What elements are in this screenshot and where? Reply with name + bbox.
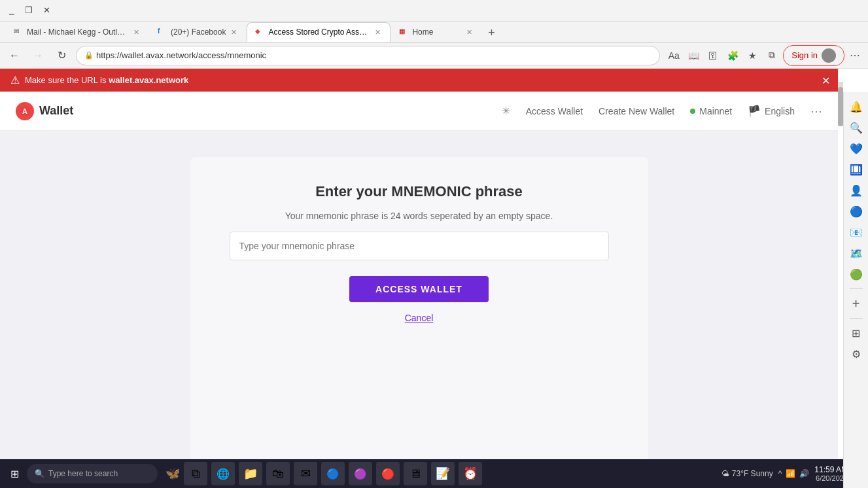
taskbar-task-view[interactable]: ⧉ xyxy=(184,462,207,485)
language-link[interactable]: 🏴 English xyxy=(748,105,795,117)
taskbar-filezilla[interactable]: 🔴 xyxy=(376,462,400,485)
home-tab-close[interactable]: ✕ xyxy=(465,28,474,37)
create-wallet-label: Create New Wallet xyxy=(599,106,674,116)
sidebar-profile-icon[interactable]: 👤 xyxy=(847,181,865,200)
svg-text:A: A xyxy=(22,107,27,115)
more-options-button[interactable]: ⋯ xyxy=(810,104,822,118)
mainnet-dot xyxy=(690,109,695,114)
taskbar-explorer[interactable]: 📁 xyxy=(239,462,262,485)
create-wallet-link[interactable]: Create New Wallet xyxy=(599,106,674,116)
tab-facebook[interactable]: f (20+) Facebook ✕ xyxy=(149,22,247,42)
collections-button[interactable]: ⚿ xyxy=(704,47,721,64)
taskbar-store[interactable]: 🛍 xyxy=(266,462,290,485)
facebook-favicon: f xyxy=(158,27,167,37)
taskbar-chrome[interactable]: 🔵 xyxy=(321,462,345,485)
right-sidebar: 🔔 🔍 💙 🛄 👤 🔵 📧 🗺️ 🟢 + ⊞ ⚙ xyxy=(843,92,868,488)
sidebar-edge-icon[interactable]: 🔵 xyxy=(847,202,865,220)
refresh-button[interactable]: ↻ xyxy=(52,46,71,65)
mainnet-label: Mainnet xyxy=(699,106,732,116)
outlook-tab-title: Mail - Michael Kegg - Outlook xyxy=(27,27,128,37)
start-button[interactable]: ⊞ xyxy=(5,465,24,483)
logo-text: Wallet xyxy=(39,104,73,118)
warning-message: Make sure the URL is wallet.avax.network xyxy=(25,75,827,85)
taskbar-alarm[interactable]: ⏰ xyxy=(459,462,482,485)
browser-more-button[interactable]: ⋯ xyxy=(847,49,863,61)
access-wallet-link[interactable]: Access Wallet xyxy=(526,106,583,116)
home-favicon: ▦ xyxy=(399,27,408,37)
lock-icon: 🔒 xyxy=(84,51,94,60)
close-button[interactable]: ✕ xyxy=(39,4,54,16)
new-tab-button[interactable]: + xyxy=(482,24,500,42)
taskbar-remote[interactable]: 🖥 xyxy=(404,462,427,485)
tab-avax[interactable]: ◆ Access Stored Crypto Assets | Av... ✕ xyxy=(247,22,391,42)
language-label: English xyxy=(765,106,795,116)
avax-favicon: ◆ xyxy=(255,27,264,37)
sidebar-outlook-icon[interactable]: 📧 xyxy=(847,223,865,241)
minimize-button[interactable]: ⎯ xyxy=(5,4,18,16)
outlook-favicon: ✉ xyxy=(14,27,23,37)
page-content: ⚠ Make sure the URL is wallet.avax.netwo… xyxy=(0,69,868,488)
taskbar-edge[interactable]: 🌐 xyxy=(211,462,235,485)
network-icon[interactable]: 📶 xyxy=(786,469,795,478)
volume-icon[interactable]: 🔊 xyxy=(799,469,809,478)
sidebar-add-button[interactable]: + xyxy=(847,294,865,313)
taskbar-notes[interactable]: 📝 xyxy=(431,462,455,485)
warning-banner: ⚠ Make sure the URL is wallet.avax.netwo… xyxy=(0,69,838,92)
taskbar-search[interactable]: 🔍 Type here to search xyxy=(27,464,158,483)
taskbar-search-icon: 🔍 xyxy=(35,469,44,478)
mnemonic-card: Enter your MNEMONIC phrase Your mnemonic… xyxy=(190,157,648,462)
taskbar-teams[interactable]: 🟣 xyxy=(349,462,372,485)
sidebar-grid-icon[interactable]: ⊞ xyxy=(847,324,865,342)
outlook-tab-close[interactable]: ✕ xyxy=(132,28,141,37)
sidebar-notifications-icon[interactable]: 🔔 xyxy=(847,97,865,116)
tab-home[interactable]: ▦ Home ✕ xyxy=(391,22,482,42)
sidebar-apps-icon[interactable]: 🟢 xyxy=(847,265,865,283)
favorites-button[interactable]: ★ xyxy=(744,47,761,64)
taskbar-search-placeholder: Type here to search xyxy=(48,469,118,478)
reader-mode-button[interactable]: Aa xyxy=(665,47,682,64)
card-title: Enter your MNEMONIC phrase xyxy=(315,183,523,200)
sidebar-settings-icon[interactable]: ⚙ xyxy=(847,345,865,363)
avax-tab-close[interactable]: ✕ xyxy=(373,28,382,37)
address-actions: Aa 📖 ⚿ 🧩 ★ ⧉ Sign in ⋯ xyxy=(665,45,863,66)
weather-widget: 🌤 73°F Sunny xyxy=(721,469,773,478)
forward-button[interactable]: → xyxy=(29,46,47,65)
butterfly-icon: 🦋 xyxy=(165,466,180,481)
header-nav: ✳ Access Wallet Create New Wallet Mainne… xyxy=(502,104,822,118)
page-wrapper: 🔔 🔍 💙 🛄 👤 🔵 📧 🗺️ 🟢 + ⊞ ⚙ ⚠ Make xyxy=(0,69,868,488)
mainnet-link[interactable]: Mainnet xyxy=(690,106,732,116)
sidebar-favorites-icon[interactable]: 💙 xyxy=(847,139,865,158)
sidebar-divider xyxy=(850,288,863,289)
access-wallet-button[interactable]: ACCESS WALLET xyxy=(349,276,489,302)
system-icons: ^ 📶 🔊 xyxy=(778,469,810,478)
cancel-link[interactable]: Cancel xyxy=(405,313,434,323)
warning-close-button[interactable]: ✕ xyxy=(822,74,830,86)
sidebar-collections-icon[interactable]: 🛄 xyxy=(847,160,865,179)
taskbar-system-tray: 🌤 73°F Sunny ^ 📶 🔊 11:59 AM 6/20/2023 💬 xyxy=(721,465,863,482)
sign-in-button[interactable]: Sign in xyxy=(783,45,844,66)
sidebar-maps-icon[interactable]: 🗺️ xyxy=(847,244,865,262)
extensions-button[interactable]: 🧩 xyxy=(724,47,741,64)
avax-tab-title: Access Stored Crypto Assets | Av... xyxy=(268,27,370,37)
flag-icon: 🏴 xyxy=(748,105,761,117)
tabs-bar: ✉ Mail - Michael Kegg - Outlook ✕ f (20+… xyxy=(0,22,868,43)
reader-view-button[interactable]: 📖 xyxy=(685,47,702,64)
browser-frame: ⎯ ❐ ✕ ✉ Mail - Michael Kegg - Outlook ✕ … xyxy=(0,0,868,488)
tab-outlook[interactable]: ✉ Mail - Michael Kegg - Outlook ✕ xyxy=(5,22,149,42)
sidebar-search-icon[interactable]: 🔍 xyxy=(847,118,865,137)
address-field[interactable]: 🔒 https://wallet.avax.network/access/mne… xyxy=(76,46,660,65)
weather-icon: 🌤 xyxy=(721,469,729,478)
title-bar: ⎯ ❐ ✕ xyxy=(0,0,868,22)
split-screen-button[interactable]: ⧉ xyxy=(763,47,780,64)
windows-logo: ⊞ xyxy=(10,468,19,480)
facebook-tab-close[interactable]: ✕ xyxy=(230,28,238,37)
scrollbar-track xyxy=(838,82,843,126)
back-button[interactable]: ← xyxy=(5,46,24,65)
expand-tray-icon[interactable]: ^ xyxy=(778,469,782,478)
weather-text: 73°F Sunny xyxy=(732,469,773,478)
facebook-tab-title: (20+) Facebook xyxy=(171,27,226,37)
mnemonic-input[interactable] xyxy=(230,232,609,260)
taskbar-mail[interactable]: ✉ xyxy=(294,462,317,485)
restore-button[interactable]: ❐ xyxy=(21,4,37,16)
scrollbar-thumb[interactable] xyxy=(838,87,843,126)
